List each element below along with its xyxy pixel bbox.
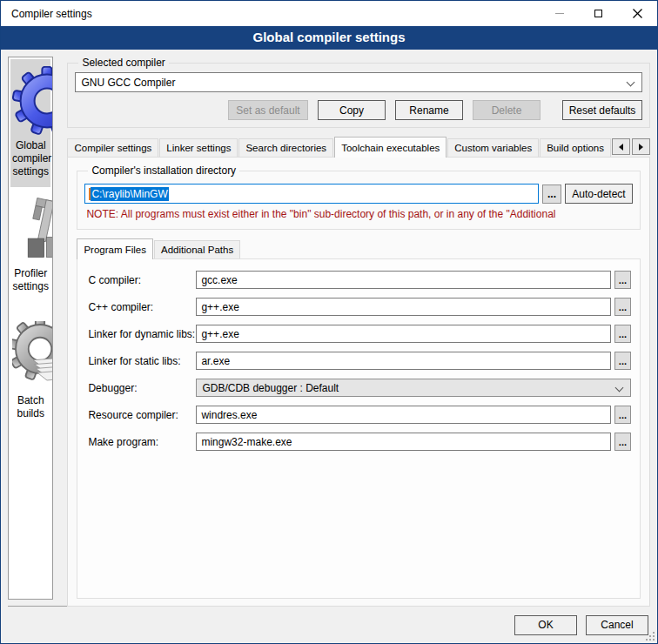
debugger-select[interactable]: GDB/CDB debugger : Default: [196, 379, 631, 397]
field-label: C compiler:: [88, 274, 196, 286]
sidebar-item-batch-builds[interactable]: Batch builds: [10, 314, 50, 429]
page-title: Global compiler settings: [1, 26, 657, 50]
gray-gear-stack-icon: [12, 321, 53, 391]
install-dir-note: NOTE: All programs must exist either in …: [86, 208, 631, 220]
close-button[interactable]: [618, 1, 657, 26]
settings-tabstrip: Compiler settings Linker settings Search…: [67, 137, 650, 157]
toolchain-executables-panel: Compiler's installation directory C:\ray…: [67, 157, 650, 607]
sidebar-item-global-compiler-settings[interactable]: Global compiler settings: [10, 59, 50, 187]
program-files-tabstrip: Program Files Additional Paths: [77, 238, 641, 258]
field-row-c-compiler: C compiler: ...: [88, 271, 631, 289]
resource-compiler-input[interactable]: [196, 406, 610, 424]
make-program-browse-button[interactable]: ...: [614, 433, 631, 451]
field-row-debugger: Debugger: GDB/CDB debugger : Default: [88, 379, 631, 397]
static-linker-browse-button[interactable]: ...: [614, 352, 631, 370]
footer: OK Cancel: [1, 607, 657, 643]
auto-detect-button[interactable]: Auto-detect: [565, 184, 633, 204]
sidebar-item-label: Global compiler settings: [12, 139, 49, 178]
install-dir-group: Compiler's installation directory C:\ray…: [77, 164, 641, 230]
field-row-cpp-compiler: C++ compiler: ...: [88, 298, 631, 316]
field-label: C++ compiler:: [88, 301, 196, 313]
field-row-dynamic-linker: Linker for dynamic libs: ...: [88, 325, 631, 343]
compiler-settings-dialog: Compiler settings Global compiler settin…: [0, 0, 658, 644]
install-dir-input[interactable]: C:\raylib\MinGW: [84, 184, 539, 204]
delete-button: Delete: [473, 100, 540, 120]
make-program-input[interactable]: [196, 433, 610, 451]
chevron-down-icon: [627, 78, 635, 87]
maximize-button[interactable]: [579, 1, 618, 26]
field-label: Linker for dynamic libs:: [88, 328, 196, 340]
sidebar-item-label: Profiler settings: [12, 267, 49, 293]
field-row-make-program: Make program: ...: [88, 433, 631, 451]
titlebar[interactable]: Compiler settings: [1, 1, 657, 26]
chevron-down-icon: [615, 384, 624, 392]
dynamic-linker-browse-button[interactable]: ...: [614, 325, 631, 343]
dynamic-linker-input[interactable]: [196, 325, 610, 343]
tab-scroll-left-button[interactable]: [612, 138, 630, 155]
resource-compiler-browse-button[interactable]: ...: [614, 406, 631, 424]
cancel-button[interactable]: Cancel: [586, 615, 648, 635]
arrow-right-icon: [639, 144, 643, 151]
cpp-compiler-input[interactable]: [196, 298, 610, 316]
tab-build-options[interactable]: Build options: [540, 138, 611, 157]
field-label: Linker for static libs:: [88, 355, 196, 367]
window-title: Compiler settings: [1, 8, 540, 20]
close-icon: [633, 9, 642, 18]
tab-search-directories[interactable]: Search directories: [238, 138, 333, 157]
field-row-resource-compiler: Resource compiler: ...: [88, 406, 631, 424]
caliper-icon: [12, 198, 53, 264]
debugger-select-value: GDB/CDB debugger : Default: [202, 382, 339, 394]
arrow-left-icon: [619, 144, 623, 151]
compiler-select[interactable]: GNU GCC Compiler: [75, 72, 642, 92]
field-row-static-linker: Linker for static libs: ...: [88, 352, 631, 370]
ok-button[interactable]: OK: [514, 615, 577, 635]
field-label: Resource compiler:: [88, 409, 196, 421]
tab-custom-variables[interactable]: Custom variables: [447, 138, 539, 157]
set-as-default-button: Set as default: [228, 100, 308, 120]
cpp-compiler-browse-button[interactable]: ...: [614, 298, 631, 316]
tab-scroll-right-button[interactable]: [632, 138, 650, 155]
c-compiler-browse-button[interactable]: ...: [614, 271, 631, 289]
selected-compiler-group-label: Selected compiler: [78, 57, 168, 69]
install-dir-group-label: Compiler's installation directory: [88, 164, 239, 177]
copy-button[interactable]: Copy: [318, 100, 386, 120]
rename-button[interactable]: Rename: [395, 100, 463, 120]
resize-grip[interactable]: [644, 630, 655, 641]
field-label: Make program:: [88, 436, 196, 448]
sidebar-item-label: Batch builds: [12, 394, 49, 420]
tab-toolchain-executables[interactable]: Toolchain executables: [334, 137, 446, 158]
tab-linker-settings[interactable]: Linker settings: [159, 138, 238, 157]
tab-program-files[interactable]: Program Files: [77, 238, 153, 259]
tab-additional-paths[interactable]: Additional Paths: [154, 240, 240, 258]
install-dir-value: C:\raylib\MinGW: [91, 187, 168, 201]
selected-compiler-group: Selected compiler GNU GCC Compiler Set a…: [67, 57, 650, 128]
program-files-panel: C compiler: ... C++ compiler: ...: [77, 258, 641, 599]
maximize-icon: [594, 10, 602, 17]
static-linker-input[interactable]: [196, 352, 610, 370]
minimize-icon: [555, 13, 564, 14]
tab-compiler-settings[interactable]: Compiler settings: [67, 138, 158, 157]
minimize-button[interactable]: [540, 1, 579, 26]
blue-gear-icon: [12, 66, 53, 136]
sidebar-item-profiler-settings[interactable]: Profiler settings: [10, 191, 50, 302]
install-dir-browse-button[interactable]: ...: [542, 184, 561, 204]
compiler-select-value: GNU GCC Compiler: [81, 77, 175, 89]
settings-category-list: Global compiler settings Profiler settin…: [8, 57, 53, 600]
reset-defaults-button[interactable]: Reset defaults: [562, 100, 642, 120]
field-label: Debugger:: [88, 382, 196, 394]
c-compiler-input[interactable]: [196, 271, 610, 289]
